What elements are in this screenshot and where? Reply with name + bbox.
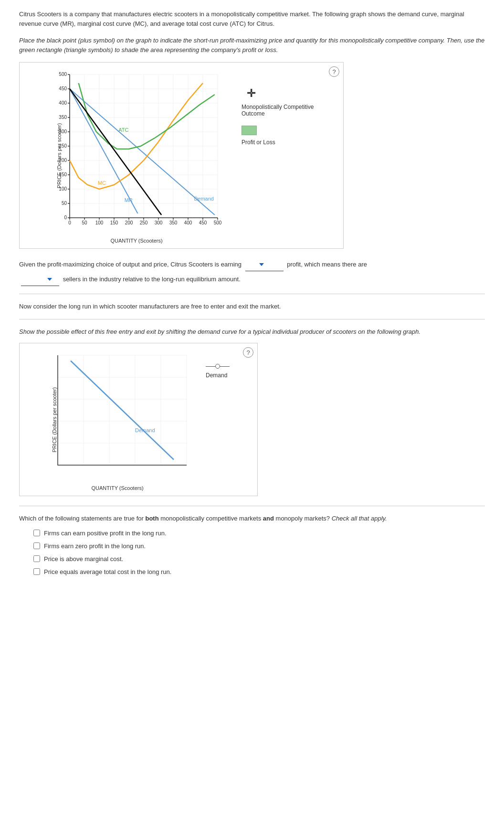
profit-text1: Given the profit-maximizing choice of ou…	[19, 261, 242, 268]
outcome-label: Monopolistically Competitive Outcome	[242, 104, 338, 117]
checkbox-3[interactable]	[33, 555, 40, 562]
checkbox-2[interactable]	[33, 542, 40, 549]
graph1-y-axis-label: PRICE (Dollars per scooter)	[56, 123, 62, 188]
checkbox-4[interactable]	[33, 568, 40, 575]
profit-dropdown2-arrow[interactable]	[47, 278, 52, 281]
checkbox-item-4: Price equals average total cost in the l…	[33, 568, 485, 575]
profit-dropdown1[interactable]	[245, 258, 284, 271]
statement-instruction: Show the possible effect of this free en…	[19, 327, 485, 337]
profit-sentence: Given the profit-maximizing choice of ou…	[19, 258, 485, 271]
bold-both: both	[145, 515, 158, 522]
checkbox-label-2: Firms earn zero profit in the long run.	[44, 542, 146, 550]
instruction-paragraph: Place the black point (plus symbol) on t…	[19, 36, 485, 54]
checkbox-item-2: Firms earn zero profit in the long run.	[33, 542, 485, 550]
graph2-x-axis-label: QUANTITY (Scooters)	[43, 485, 191, 491]
graph1-container: ? PRICE (Dollars per scooter) QUANTITY (…	[19, 62, 344, 249]
demand-slider-icon[interactable]	[206, 362, 230, 370]
graph2-help-button[interactable]: ?	[243, 347, 253, 358]
section-divider3	[19, 506, 485, 506]
graph1-x-axis-label: QUANTITY (Scooters)	[51, 238, 222, 244]
profit-loss-label: Profit or Loss	[242, 139, 275, 146]
long-run-text: Now consider the long run in which scoot…	[19, 302, 485, 311]
checkbox-question: Which of the following statements are tr…	[19, 514, 485, 524]
graph2-canvas[interactable]	[43, 348, 191, 482]
profit-loss-label-row: Profit or Loss	[242, 139, 275, 146]
profit-blank2	[21, 273, 45, 286]
slider-circle[interactable]	[215, 364, 220, 369]
checkbox-group: Firms can earn positive profit in the lo…	[33, 530, 485, 575]
checkbox-1[interactable]	[33, 530, 40, 536]
checkbox-label-3: Price is above marginal cost.	[44, 555, 123, 563]
legend-outcome-row: Monopolistically Competitive Outcome	[242, 104, 338, 117]
legend-profit-row	[242, 126, 257, 135]
check-instruction: Check all that apply.	[332, 515, 387, 522]
profit-text2: profit, which means there are	[287, 261, 367, 268]
graph1-legend: ✛ Monopolistically Competitive Outcome P…	[242, 67, 338, 149]
graph2-demand-label: Demand	[206, 372, 230, 379]
plus-symbol-icon[interactable]: ✛	[242, 86, 261, 101]
profit-text3: sellers in the industry relative to the …	[63, 276, 241, 283]
graph2-container: ? PRICE (Dollars per scooter) QUANTITY (…	[19, 343, 258, 496]
profit-sentence2: sellers in the industry relative to the …	[19, 273, 485, 286]
section-divider2	[19, 319, 485, 319]
section-divider1	[19, 294, 485, 294]
green-rect-icon[interactable]	[242, 126, 257, 135]
profit-dropdown1-arrow[interactable]	[259, 263, 264, 266]
graph2-y-axis-label: PRICE (Dollars per scooter)	[52, 387, 57, 452]
profit-blank1	[245, 258, 257, 271]
graph2-legend: Demand	[206, 348, 230, 379]
graph1-help-button[interactable]: ?	[329, 66, 339, 77]
checkbox-label-4: Price equals average total cost in the l…	[44, 568, 171, 575]
profit-dropdown2[interactable]	[21, 273, 59, 286]
checkbox-label-1: Firms can earn positive profit in the lo…	[44, 530, 167, 537]
bold-and: and	[263, 515, 274, 522]
checkbox-item-1: Firms can earn positive profit in the lo…	[33, 530, 485, 537]
intro-paragraph: Citrus Scooters is a company that manufa…	[19, 10, 485, 28]
graph1-canvas[interactable]	[51, 67, 222, 234]
checkbox-item-3: Price is above marginal cost.	[33, 555, 485, 563]
